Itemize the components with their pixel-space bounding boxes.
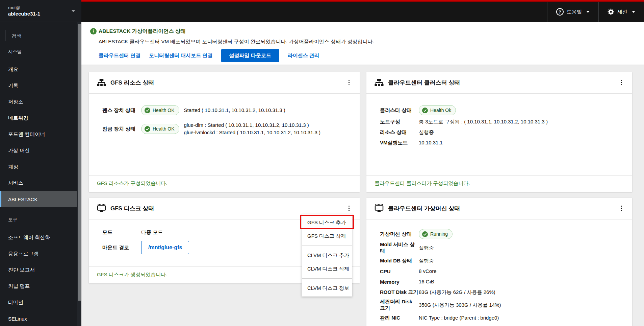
- row-value: 83G (사용가능 62G / 사용률 26%): [419, 288, 495, 296]
- kebab-menu-button[interactable]: [346, 204, 353, 213]
- virtual-disk-monitor-icon: [97, 204, 106, 212]
- sidebar-item-selinux[interactable]: SELinux: [0, 310, 81, 326]
- nav-section-system: 시스템: [0, 41, 81, 59]
- check-circle-icon: [422, 231, 428, 237]
- menu-divider: [302, 278, 352, 279]
- row-label: 마운트 경로: [102, 245, 141, 251]
- row-value: Started ( 10.10.31.1, 10.10.31.2, 10.10.…: [184, 107, 285, 114]
- license-management-link[interactable]: 라이센스 관리: [288, 52, 319, 59]
- sidebar-nav: 시스템 개요 기록 저장소 네트워킹 포드맨 컨테이너 가상 머신 계정 서비스…: [0, 41, 81, 326]
- row-value: 실행중: [419, 244, 434, 252]
- menu-item-clvm-disk-delete[interactable]: CLVM 디스크 삭제: [302, 262, 352, 276]
- sidebar-scrollbar-thumb[interactable]: [78, 24, 81, 301]
- sidebar-item-terminal[interactable]: 터미널: [0, 294, 81, 310]
- menu-item-gfs-disk-delete[interactable]: GFS 디스크 삭제: [302, 229, 352, 243]
- row-label: 세컨더리 Disk 크기: [380, 299, 419, 311]
- sidebar-item-storage[interactable]: 저장소: [0, 94, 81, 110]
- gfs-resource-card: GFS 리소스 상태 펜스 장치 상태 Health OK Started ( …: [89, 72, 360, 192]
- menu-item-clvm-disk-add[interactable]: CLVM 디스크 추가: [302, 249, 352, 262]
- session-menu-button[interactable]: 세션: [598, 2, 644, 22]
- banner-description: ABLESTACK 클라우드센터 VM 배포되었으며 모니터링센터 구성이 완료…: [99, 39, 644, 45]
- kebab-menu-button[interactable]: [618, 204, 625, 213]
- host-user: root@: [8, 5, 71, 10]
- row-value: 10.10.31.1: [419, 139, 443, 146]
- row-value: 350G (사용가능 303G / 사용률 14%): [419, 301, 501, 309]
- chevron-down-icon: [632, 11, 635, 13]
- sidebar-item-overview[interactable]: 개요: [0, 61, 81, 77]
- sitemap-icon: [97, 79, 106, 87]
- help-icon: [556, 8, 564, 16]
- menu-item-gfs-disk-add[interactable]: GFS 디스크 추가: [302, 216, 352, 229]
- sidebar-item-applications[interactable]: 응용프로그램: [0, 246, 81, 262]
- card-footer-status: 클라우드센터 클러스터가 구성되었습니다.: [366, 175, 632, 192]
- check-circle-icon: [145, 108, 150, 113]
- chevron-down-icon: [71, 10, 75, 12]
- banner-actions: 클라우드센터 연결 모니터링센터 대시보드 연결 설정파일 다운로드 라이센스 …: [99, 49, 644, 62]
- card-title: 클라우드센터 가상머신 상태: [388, 205, 460, 212]
- row-label: 펜스 장치 상태: [102, 107, 141, 114]
- sidebar-item-accounts[interactable]: 계정: [0, 159, 81, 175]
- check-circle-icon: [145, 126, 150, 132]
- help-label: 도움말: [567, 9, 582, 15]
- row-label: 노드구성: [380, 119, 419, 125]
- sidebar-item-ablestack[interactable]: ABLESTACK: [0, 191, 81, 207]
- sidebar-item-services[interactable]: 서비스: [0, 175, 81, 191]
- card-title: GFS 디스크 상태: [110, 205, 154, 212]
- main-content: ABLESTACK 가상어플라이언스 상태 ABLESTACK 클라우드센터 V…: [81, 22, 644, 326]
- row-value: 다중 모드: [141, 229, 163, 236]
- card-title: GFS 리소스 상태: [110, 79, 154, 87]
- row-label: 가상머신 상태: [380, 231, 419, 237]
- sitemap-icon: [375, 79, 384, 87]
- sidebar-item-podman-containers[interactable]: 포드맨 컨테이너: [0, 126, 81, 142]
- sidebar-scrollbar[interactable]: [77, 22, 81, 326]
- sidebar: root@ ablecube31-1 시스템 개요 기록 저장소 네트워킹 포드…: [0, 0, 81, 326]
- mount-path-button[interactable]: /mnt/glue-gfs: [141, 241, 189, 254]
- kebab-menu-button[interactable]: [618, 78, 625, 88]
- row-label: 클러스터 상태: [380, 107, 419, 114]
- row-value: glue-dlm : Started ( 10.10.31.1, 10.10.3…: [184, 121, 320, 136]
- cloudcenter-connect-link[interactable]: 클라우드센터 연결: [99, 52, 140, 59]
- row-value: 8 vCore: [419, 267, 437, 275]
- sidebar-item-logs[interactable]: 기록: [0, 77, 81, 94]
- session-label: 세션: [617, 9, 627, 15]
- row-label: CPU: [380, 269, 419, 274]
- row-value: 총 3노드로 구성됨 : ( 10.10.31.1, 10.10.31.2, 1…: [419, 118, 548, 125]
- row-label: 리소스 상태: [380, 129, 419, 136]
- row-value: 실행중: [419, 129, 434, 136]
- banner-title: ABLESTACK 가상어플라이언스 상태: [99, 28, 186, 35]
- menu-item-clvm-disk-info[interactable]: CLVM 디스크 정보: [302, 281, 352, 295]
- virtual-machine-monitor-icon: [375, 204, 384, 212]
- sidebar-search: [5, 30, 76, 41]
- card-title: 클라우드센터 클러스터 상태: [388, 79, 460, 87]
- host-switcher[interactable]: root@ ablecube31-1: [0, 0, 81, 22]
- search-input[interactable]: [11, 33, 79, 39]
- monitoring-dashboard-link[interactable]: 모니터링센터 대시보드 연결: [149, 52, 212, 59]
- masthead: 도움말 세션: [81, 0, 644, 22]
- row-value: IP : 10.10.31.10: [419, 325, 455, 326]
- check-circle-icon: [422, 108, 428, 113]
- row-label: Mold DB 상태: [380, 258, 419, 264]
- sidebar-item-diagnostic-reports[interactable]: 진단 보고서: [0, 262, 81, 278]
- host-name: ablecube31-1: [8, 10, 71, 17]
- status-banner: ABLESTACK 가상어플라이언스 상태 ABLESTACK 클라우드센터 V…: [81, 22, 644, 65]
- sidebar-item-kernel-dump[interactable]: 커널 덤프: [0, 278, 81, 294]
- sidebar-item-software-updates[interactable]: 소프트웨어 최신화: [0, 229, 81, 246]
- row-value: NIC Type : bridge (Parent : bridge0): [419, 314, 499, 322]
- row-label: VM실행노드: [380, 140, 419, 146]
- nav-section-tools: 도구: [0, 207, 81, 227]
- row-label: 관리 NIC: [380, 315, 419, 321]
- download-config-button[interactable]: 설정파일 다운로드: [221, 49, 279, 62]
- gfs-disk-context-menu: GFS 디스크 추가 GFS 디스크 삭제 CLVM 디스크 추가 CLVM 디…: [302, 214, 352, 297]
- kebab-menu-button[interactable]: [346, 78, 353, 88]
- row-label: ROOT Disk 크기: [380, 289, 419, 296]
- chevron-down-icon: [586, 11, 590, 13]
- health-status-badge: Health Ok: [419, 105, 456, 115]
- row-label: 잠금 장치 상태: [102, 126, 141, 132]
- sidebar-item-virtual-machines[interactable]: 가상 머신: [0, 142, 81, 159]
- health-status-badge: Health OK: [141, 124, 179, 134]
- row-label: 모드: [102, 229, 141, 236]
- help-menu-button[interactable]: 도움말: [547, 2, 598, 22]
- sidebar-item-networking[interactable]: 네트워킹: [0, 110, 81, 126]
- row-label: Memory: [380, 279, 419, 285]
- row-value: 16 GiB: [419, 278, 434, 285]
